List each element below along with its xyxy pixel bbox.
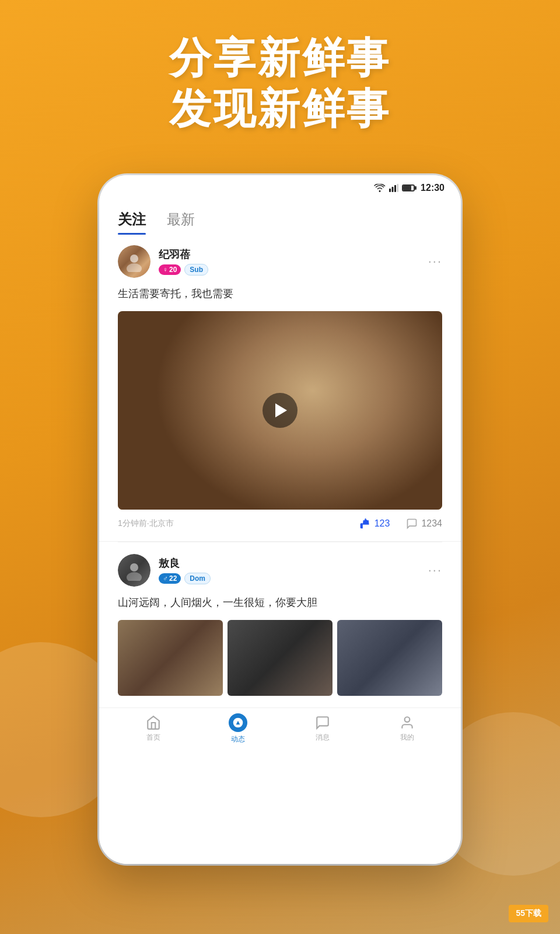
hero-section: 分享新鲜事 发现新鲜事 [0,35,560,132]
watermark-text: 55下载 [516,908,541,918]
avatar-image-2 [118,554,150,587]
post-time-1: 1分钟前·北京市 [118,518,359,529]
like-count-1: 123 [374,518,390,529]
image-grid-2 [118,620,442,696]
wifi-icon [374,184,386,192]
home-icon [146,715,161,730]
profile-icon [400,715,415,730]
like-button-1[interactable]: 123 [359,518,390,529]
svg-rect-1 [392,187,394,192]
post-user-2: 敖良 ♂ 22 Dom [118,554,211,587]
video-thumbnail-1[interactable] [118,311,442,510]
status-bar: 12:30 [99,175,461,201]
more-button-2[interactable]: ··· [428,563,442,578]
message-icon [315,715,330,730]
avatar-image-1 [118,245,150,278]
watermark: 55下载 [509,905,548,922]
play-button[interactable] [262,393,298,428]
comment-icon-1 [406,518,418,529]
post-header-1: 纪羽蓓 ♀ 20 Sub ··· [118,245,442,278]
app-content: 关注 最新 [99,201,461,864]
username-1: 纪羽蓓 [159,248,208,262]
badge-level-2: ♂ 22 [159,573,181,584]
avatar-1[interactable] [118,245,150,278]
grid-image-2[interactable] [228,620,332,696]
badge-role-1: Sub [184,264,208,276]
nav-messages-label: 消息 [316,733,330,743]
hero-line1: 分享新鲜事 [0,35,560,81]
badge-level-num-2: 22 [169,574,177,583]
tab-latest[interactable]: 最新 [167,210,195,234]
comment-button-1[interactable]: 1234 [406,518,442,529]
grid-image-1[interactable] [118,620,223,696]
tab-follow[interactable]: 关注 [118,210,146,234]
svg-point-9 [404,717,410,722]
like-icon-1 [359,518,371,529]
nav-home[interactable]: 首页 [130,715,177,743]
bottom-nav: 首页 动态 消息 [99,708,461,750]
user-badges-2: ♂ 22 Dom [159,573,211,584]
play-icon [275,403,287,417]
badge-role-2: Dom [184,573,211,584]
badge-gender-icon-2: ♂ [163,574,168,583]
svg-point-4 [130,255,138,263]
badge-level-1: ♀ 20 [159,264,181,275]
post-footer-1: 1分钟前·北京市 123 1234 [118,518,442,529]
svg-rect-0 [389,189,391,192]
comment-count-1: 1234 [421,518,442,529]
phone-body: 12:30 关注 最新 [99,175,461,864]
phone-mockup: 12:30 关注 最新 [99,175,461,864]
nav-profile[interactable]: 我的 [384,715,430,743]
post-item-1: 纪羽蓓 ♀ 20 Sub ··· 生活需要寄托，我也需要 [99,234,461,542]
badge-level-num-1: 20 [169,266,177,274]
feed-icon [232,717,244,729]
svg-point-6 [130,563,138,571]
avatar-2[interactable] [118,554,150,587]
post-item-2: 敖良 ♂ 22 Dom ··· 山河远阔，人间烟火，一生很短，你 [99,542,461,708]
nav-feed-label: 动态 [231,734,245,744]
post-header-2: 敖良 ♂ 22 Dom ··· [118,554,442,587]
username-2: 敖良 [159,556,211,570]
more-button-1[interactable]: ··· [428,254,442,269]
feed-icon-circle [229,713,247,732]
user-info-2: 敖良 ♂ 22 Dom [159,556,211,584]
status-time: 12:30 [421,183,444,193]
svg-point-5 [127,263,142,272]
nav-messages[interactable]: 消息 [299,715,346,743]
post-actions-1: 123 1234 [359,518,442,529]
post-text-2: 山河远阔，人间烟火，一生很短，你要大胆 [118,595,442,611]
user-badges-1: ♀ 20 Sub [159,264,208,276]
status-icons: 12:30 [374,183,444,193]
battery-icon [402,184,415,191]
user-info-1: 纪羽蓓 ♀ 20 Sub [159,248,208,276]
svg-rect-2 [394,185,396,192]
badge-gender-icon-1: ♀ [163,266,168,274]
nav-feed[interactable]: 动态 [215,713,261,744]
nav-profile-label: 我的 [400,733,414,743]
svg-rect-3 [397,184,399,192]
grid-image-3[interactable] [337,620,442,696]
signal-icon [389,184,398,192]
svg-point-7 [127,572,142,581]
post-user-1: 纪羽蓓 ♀ 20 Sub [118,245,208,278]
hero-line2: 发现新鲜事 [0,86,560,132]
post-text-1: 生活需要寄托，我也需要 [118,286,442,302]
tab-header: 关注 最新 [99,201,461,234]
nav-home-label: 首页 [146,733,160,743]
